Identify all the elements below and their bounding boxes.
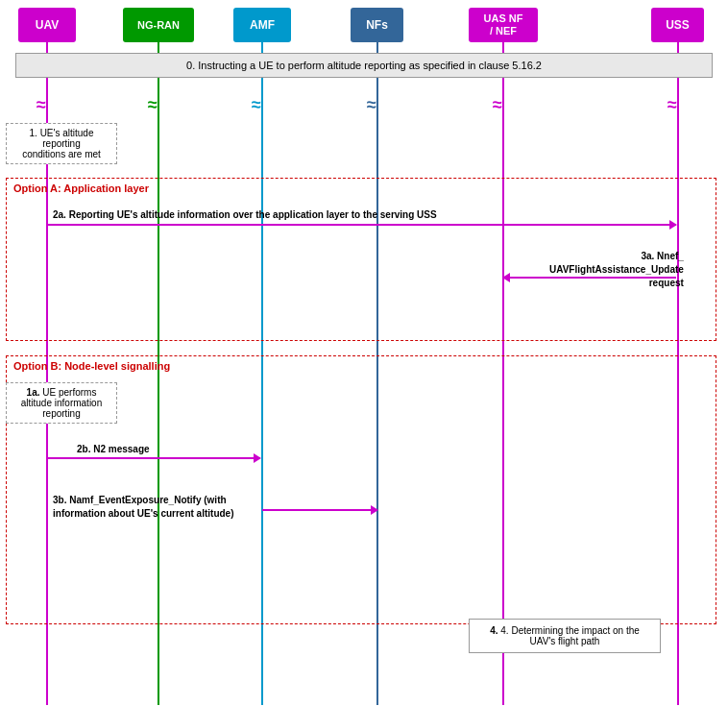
label-3a: 3a. Nnef_UAVFlightAssistance_Updatereque… [549, 250, 684, 290]
label-2a: 2a. Reporting UE's altitude information … [53, 209, 437, 220]
wavy-uav: ≈ [36, 95, 46, 115]
instruction-box: 0. Instructing a UE to perform altitude … [15, 53, 713, 78]
actor-uav: UAV [18, 8, 76, 42]
note-1a-altitude: 1a. UE performs altitude information rep… [6, 382, 117, 424]
wavy-uasnf: ≈ [493, 95, 502, 115]
arrow-3b [262, 509, 377, 511]
option-a-label: Option A: Application layer [13, 183, 149, 194]
option-b-label: Option B: Node-level signalling [13, 360, 170, 372]
arrow-2a [47, 224, 676, 226]
wavy-amf: ≈ [252, 95, 261, 115]
label-3b: 3b. Namf_EventExposure_Notify (with info… [53, 494, 234, 521]
wavy-uss: ≈ [667, 95, 677, 115]
actor-uasnf: UAS NF/ NEF [469, 8, 538, 42]
arrow-2b [47, 457, 260, 459]
actor-amf: AMF [233, 8, 291, 42]
actor-ngran: NG-RAN [123, 8, 194, 42]
note-altitude-conditions: 1. UE's altitude reporting conditions ar… [6, 123, 117, 164]
wavy-nfs: ≈ [367, 95, 376, 115]
diagram-container: UAV NG-RAN AMF NFs UAS NF/ NEF USS ≈ ≈ ≈… [0, 0, 728, 706]
step4-box: 4. 4. Determining the impact on the UAV'… [469, 619, 661, 653]
wavy-ngran: ≈ [148, 95, 158, 115]
actor-uss: USS [651, 8, 704, 42]
label-2b: 2b. N2 message [77, 444, 150, 454]
actor-nfs: NFs [351, 8, 403, 42]
